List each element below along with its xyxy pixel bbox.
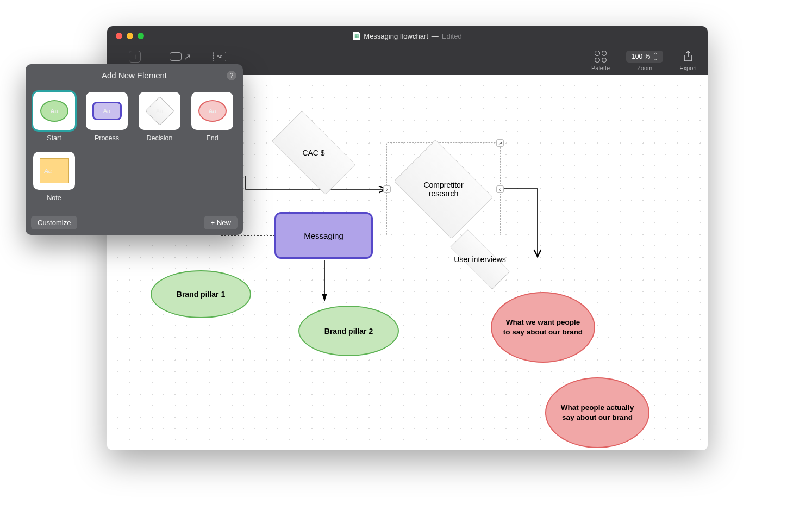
zoom-value: 100 %	[632, 53, 650, 60]
node-messaging[interactable]: Messaging	[274, 212, 373, 259]
document-status: Edited	[442, 32, 462, 40]
process-shape-icon: Aa	[92, 102, 122, 120]
customize-label: Customize	[38, 219, 71, 227]
popover-footer: Customize + New	[26, 212, 243, 235]
help-button[interactable]: ?	[227, 71, 236, 80]
end-shape-icon: Aa	[198, 100, 227, 122]
node-what-people-say[interactable]: What people actually say about our brand	[545, 377, 649, 448]
node-competitor-label: Compretitor research	[403, 148, 484, 230]
popover-header: Add New Element ?	[26, 64, 243, 86]
zoom-stepper-icon: ⌃⌄	[653, 53, 658, 60]
window-title-group: ▦ Messaging flowchart — Edited	[107, 32, 708, 40]
element-note[interactable]: Aa Note	[33, 152, 75, 202]
note-shape-icon: Aa	[40, 158, 69, 183]
palette-icon	[595, 51, 607, 63]
close-window-button[interactable]	[116, 33, 122, 39]
selection-handle-left[interactable]: ›	[383, 185, 391, 193]
new-label: New	[217, 219, 231, 227]
titlebar: ▦ Messaging flowchart — Edited	[107, 26, 708, 46]
node-want-label: What we want people to say about our bra…	[502, 318, 584, 337]
rename-icon: Aa	[213, 52, 226, 61]
node-brand-pillar-2[interactable]: Brand pillar 2	[298, 306, 399, 356]
popover-title: Add New Element	[102, 71, 167, 80]
decision-sample-label: Aa	[156, 108, 163, 114]
shape-rect-icon	[170, 52, 182, 61]
node-competitor-research[interactable]: Compretitor research	[403, 148, 484, 230]
element-grid: Aa Start Aa Process Aa Decision Aa End A…	[26, 86, 243, 212]
element-start[interactable]: Aa Start	[33, 92, 75, 142]
document-title: Messaging flowchart	[364, 32, 428, 40]
palette-button[interactable]: Palette	[591, 49, 610, 71]
node-brand-pillar-1[interactable]: Brand pillar 1	[151, 270, 251, 318]
start-shape-icon: Aa	[40, 100, 68, 122]
element-note-label: Note	[47, 194, 61, 202]
document-icon: ▦	[353, 32, 360, 40]
element-start-label: Start	[47, 134, 61, 142]
traffic-lights	[116, 33, 144, 39]
share-icon	[683, 49, 694, 64]
node-pillar2-label: Brand pillar 2	[324, 327, 373, 336]
add-element-popover: Add New Element ? Aa Start Aa Process Aa…	[26, 64, 243, 235]
plus-icon: +	[210, 219, 215, 227]
element-end-label: End	[206, 134, 218, 142]
node-cac[interactable]: CAC $	[276, 115, 352, 191]
node-user-interviews[interactable]: User interviews	[434, 238, 526, 281]
export-label: Export	[679, 65, 697, 71]
minimize-window-button[interactable]	[127, 33, 133, 39]
element-process-label: Process	[95, 134, 119, 142]
node-messaging-label: Messaging	[304, 231, 343, 240]
palette-label: Palette	[591, 65, 610, 71]
element-decision-label: Decision	[147, 134, 173, 142]
export-button[interactable]: Export	[679, 49, 697, 71]
arrow-icon: ↗	[184, 52, 191, 62]
selection-handle-right[interactable]: ‹	[496, 185, 504, 193]
title-separator: —	[432, 32, 439, 40]
node-user-interviews-label: User interviews	[434, 238, 526, 281]
node-pillar1-label: Brand pillar 1	[177, 290, 225, 299]
selection-handle-top-right[interactable]: ↗	[496, 139, 504, 147]
element-process[interactable]: Aa Process	[86, 92, 128, 142]
plus-icon: +	[129, 51, 141, 63]
fullscreen-window-button[interactable]	[138, 33, 144, 39]
new-element-button[interactable]: + New	[204, 216, 238, 229]
zoom-control[interactable]: 100 % ⌃⌄ Zoom	[626, 49, 663, 71]
element-end[interactable]: Aa End	[191, 92, 233, 142]
element-decision[interactable]: Aa Decision	[139, 92, 180, 142]
node-actual-label: What people actually say about our brand	[556, 403, 639, 423]
zoom-label: Zoom	[637, 65, 652, 71]
node-cac-label: CAC $	[276, 115, 352, 191]
node-what-we-want[interactable]: What we want people to say about our bra…	[491, 292, 595, 363]
customize-button[interactable]: Customize	[31, 216, 77, 229]
